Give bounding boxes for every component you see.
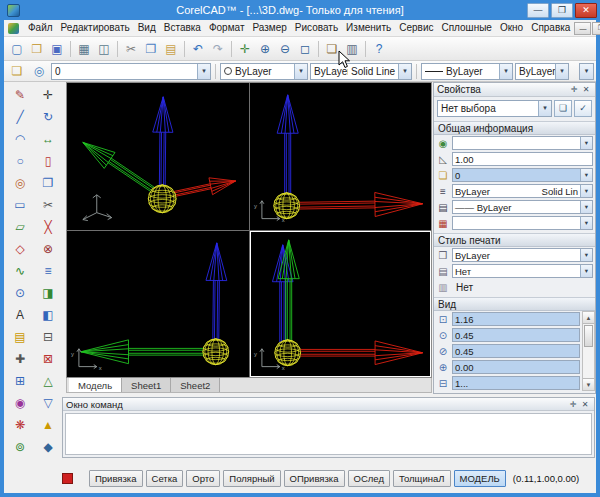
status-button-7[interactable]: ТолщинаЛ: [393, 470, 451, 487]
zoom-fit-icon[interactable]: ◻: [295, 39, 315, 58]
section-header-view[interactable]: Вид: [434, 297, 595, 311]
chevron-down-icon[interactable]: ▾: [294, 64, 307, 79]
chamfer-tool-icon[interactable]: ▽: [37, 392, 59, 414]
status-button-3[interactable]: Орто: [186, 470, 220, 487]
close-icon[interactable]: ✕: [580, 85, 592, 94]
delete-tool-icon[interactable]: ╳: [37, 216, 59, 238]
sheet-tab-3[interactable]: Sheet2: [171, 378, 220, 392]
print-table-row-field[interactable]: Нет▾: [452, 264, 593, 278]
entity-row-field[interactable]: ▾: [452, 136, 593, 150]
line-weight-row-field[interactable]: ByLayerSolid Lin▾: [452, 184, 593, 198]
menu-item-1[interactable]: Файл: [24, 20, 57, 36]
pin-icon[interactable]: ✛: [568, 85, 580, 94]
extrude-tool-icon[interactable]: ▲: [37, 414, 59, 436]
viewport-canvas-bottom-left[interactable]: yx: [67, 231, 249, 378]
freehand-tool-icon[interactable]: ✎: [9, 84, 31, 106]
status-button-4[interactable]: Полярный: [223, 470, 280, 487]
centerline-tool-icon[interactable]: ✚: [9, 348, 31, 370]
layer-manager-icon[interactable]: ❏: [7, 62, 27, 81]
line-color-row-field[interactable]: ▾: [452, 216, 593, 230]
pin-icon[interactable]: ✛: [567, 400, 579, 409]
block-tool-icon[interactable]: ❋: [9, 414, 31, 436]
sheet-tab-2[interactable]: Sheet1: [122, 378, 171, 392]
donut-tool-icon[interactable]: ◎: [9, 172, 31, 194]
table-tool-icon[interactable]: ⊞: [9, 370, 31, 392]
chevron-down-icon[interactable]: ▾: [580, 201, 592, 213]
chevron-down-icon[interactable]: ▾: [580, 185, 592, 197]
maximize-button[interactable]: ❐: [551, 3, 573, 18]
minimize-button[interactable]: —: [527, 3, 549, 18]
line-style-combo[interactable]: ByLayer ▾: [421, 63, 513, 80]
menu-app-icon[interactable]: [8, 23, 19, 34]
plot-style-combo[interactable]: ByLayer ▾: [515, 63, 569, 80]
rectangle-tool-icon[interactable]: ▭: [9, 194, 31, 216]
camera-z-row-field[interactable]: 0.45: [452, 344, 580, 358]
trim-tool-icon[interactable]: ✂: [37, 194, 59, 216]
view-scrollbar[interactable]: ▲ ▼: [582, 311, 595, 391]
chevron-down-icon[interactable]: ▾: [398, 64, 411, 79]
print-preview-icon[interactable]: ◫: [94, 39, 114, 58]
status-button-5[interactable]: ОПривязка: [284, 470, 345, 487]
menu-item-11[interactable]: Окно: [496, 20, 527, 36]
mirror-tool-icon[interactable]: ◨: [37, 282, 59, 304]
sheet-tab-1[interactable]: Модель: [69, 378, 122, 392]
spline-tool-icon[interactable]: ∿: [9, 260, 31, 282]
chevron-down-icon[interactable]: ▾: [580, 137, 592, 149]
zoom-out-icon[interactable]: ⊖: [275, 39, 295, 58]
line-tool-icon[interactable]: ╱: [9, 106, 31, 128]
camera-x-row-field[interactable]: 1.16: [452, 312, 580, 326]
print-style-row-field[interactable]: ByLayer▾: [452, 248, 593, 262]
hatch-tool-icon[interactable]: ▤: [9, 326, 31, 348]
array-tool-icon[interactable]: ≡: [37, 260, 59, 282]
line-style-row-field[interactable]: —— ByLayer▾: [452, 200, 593, 214]
circle-tool-icon[interactable]: ○: [9, 150, 31, 172]
parallelogram-tool-icon[interactable]: ▱: [9, 216, 31, 238]
layer-combo[interactable]: 0 ▾: [51, 63, 211, 80]
mdi-minimize-button[interactable]: —: [574, 22, 591, 35]
scale-tool-icon[interactable]: ▯: [37, 150, 59, 172]
chevron-down-icon[interactable]: ▾: [555, 64, 568, 79]
camera-y-row-field[interactable]: 0.45: [452, 328, 580, 342]
arc-tool-icon[interactable]: ◠: [9, 128, 31, 150]
viewport-canvas-bottom-right[interactable]: yx: [250, 231, 432, 378]
menu-item-2[interactable]: Редактировать: [57, 20, 134, 36]
close-icon[interactable]: ✕: [579, 400, 591, 409]
view-height-row-field[interactable]: 1...: [452, 376, 580, 390]
scroll-up-icon[interactable]: ▲: [583, 312, 594, 324]
status-button-2[interactable]: Сетка: [146, 470, 184, 487]
viewport-bottom-right[interactable]: yx: [250, 231, 432, 378]
viewport-canvas-top-left[interactable]: [67, 83, 249, 230]
text-tool-icon[interactable]: A: [9, 304, 31, 326]
viewport-bottom-left[interactable]: yx: [67, 231, 249, 378]
chevron-down-icon[interactable]: ▾: [580, 169, 592, 181]
section-header-general[interactable]: Общая информация: [434, 121, 595, 135]
line-weight-combo[interactable]: ByLayer Solid Line ▾: [310, 63, 412, 80]
target-row-field[interactable]: 0.00: [452, 360, 580, 374]
viewport-canvas-top-right[interactable]: yx: [250, 83, 432, 230]
chevron-down-icon[interactable]: ▾: [499, 64, 512, 79]
intersect-tool-icon[interactable]: ⊠: [37, 348, 59, 370]
menu-item-7[interactable]: Рисовать: [291, 20, 342, 36]
explode-tool-icon[interactable]: ⊗: [37, 238, 59, 260]
save-icon[interactable]: ▣: [47, 39, 67, 58]
help-icon[interactable]: ?: [369, 39, 389, 58]
chevron-down-icon[interactable]: ▾: [580, 64, 593, 79]
viewport-top-right[interactable]: yx: [250, 83, 432, 230]
layer-states-icon[interactable]: ◎: [29, 62, 49, 81]
command-input-area[interactable]: [65, 413, 592, 455]
select-entities-button[interactable]: ❏: [554, 100, 572, 117]
quick-select-button[interactable]: ✓: [574, 100, 592, 117]
menu-item-3[interactable]: Вид: [134, 20, 160, 36]
close-button[interactable]: ✕: [575, 3, 597, 18]
chevron-down-icon[interactable]: ▾: [580, 265, 592, 277]
ellipse-tool-icon[interactable]: ⊚: [9, 436, 31, 458]
copy-icon[interactable]: ❐: [141, 39, 161, 58]
ucs-indicator-icon[interactable]: [62, 473, 73, 484]
solid-tool-icon[interactable]: ◆: [37, 436, 59, 458]
copy-tool-icon[interactable]: ❐: [37, 172, 59, 194]
paste-icon[interactable]: ▤: [161, 39, 181, 58]
menu-item-6[interactable]: Размер: [248, 20, 290, 36]
status-button-8[interactable]: МОДЕЛЬ: [454, 470, 506, 487]
extra-combo[interactable]: ▾: [579, 63, 594, 80]
scroll-down-icon[interactable]: ▼: [583, 378, 594, 390]
